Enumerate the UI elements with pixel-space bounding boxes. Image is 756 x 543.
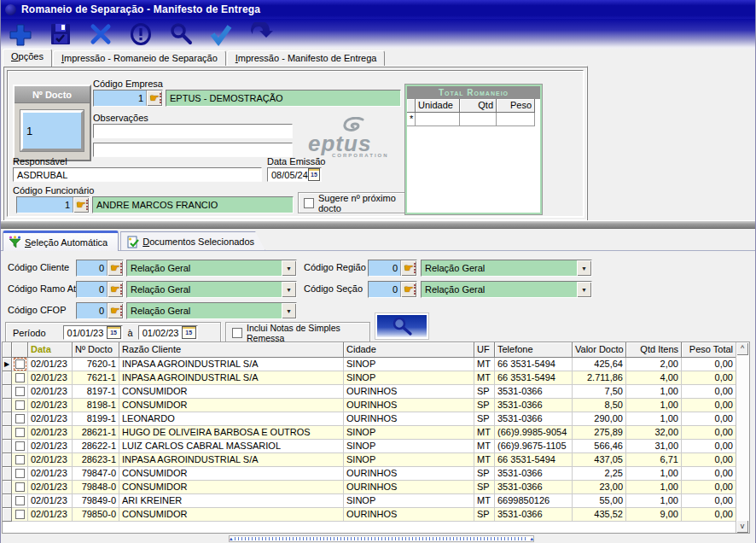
row-select-checkbox[interactable] xyxy=(15,373,25,382)
observacoes-input-2[interactable] xyxy=(93,143,293,157)
table-row[interactable]: 02/01/23 8199-1 LEONARDO OURINHOS SP 353… xyxy=(3,412,749,426)
row-select-checkbox[interactable] xyxy=(15,496,25,505)
ramo-relacao-select[interactable]: Relação Geral ▼ xyxy=(126,281,297,298)
sugere-proximo-checkbox[interactable] xyxy=(304,198,314,208)
codigo-cfop-field[interactable]: 0 ☛ xyxy=(76,302,124,319)
observacoes-input-1[interactable] xyxy=(93,124,293,138)
cell-cidade: OURINHOS xyxy=(344,467,474,481)
scroll-down-icon[interactable]: v xyxy=(736,520,748,533)
periodo-ate-input[interactable]: 01/02/23 15 xyxy=(138,325,198,340)
table-row[interactable]: 02/01/23 8198-1 CONSUMIDOR OURINHOS SP 3… xyxy=(3,399,749,412)
row-select-checkbox[interactable] xyxy=(15,428,25,437)
codigo-ramo-field[interactable]: 0 ☛ xyxy=(76,281,124,298)
table-row[interactable]: 02/01/23 79850-0 CONSUMIDOR OURINHOS SP … xyxy=(3,508,749,522)
col-header-uf[interactable]: UF xyxy=(474,342,495,358)
col-header-ndocto[interactable]: Nº Docto xyxy=(73,342,119,358)
splitter[interactable] xyxy=(1,220,755,229)
calendar-icon[interactable]: 15 xyxy=(182,326,196,339)
codigo-regiao-field[interactable]: 0 ☛ xyxy=(368,260,417,277)
calendar-icon[interactable]: 15 xyxy=(308,168,320,181)
codigo-secao-field[interactable]: 0 ☛ xyxy=(368,281,417,298)
cliente-relacao-select[interactable]: Relação Geral ▼ xyxy=(126,260,297,277)
data-emissao-input[interactable]: 08/05/24 15 xyxy=(267,167,322,182)
secao-lookup-button[interactable]: ☛ xyxy=(400,282,416,297)
scroll-up-icon[interactable]: ^ xyxy=(736,342,748,355)
chevron-down-icon[interactable]: ▼ xyxy=(577,260,591,276)
tab-opcoes[interactable]: Opções xyxy=(3,49,52,67)
codigo-cliente-field[interactable]: 0 ☛ xyxy=(76,260,124,277)
cell-ndocto: 79849-0 xyxy=(73,494,119,508)
cell-razao-cliente: LEONARDO xyxy=(119,412,344,426)
table-row[interactable]: ▶ 02/01/23 7620-1 INPASA AGROINDUSTRIAL … xyxy=(3,358,749,371)
row-select-checkbox[interactable] xyxy=(15,359,25,369)
scrollbar-track[interactable] xyxy=(235,537,529,540)
table-row[interactable]: 02/01/23 79847-0 CONSUMIDOR OURINHOS SP … xyxy=(3,467,749,481)
tr-col-unidade: Unidade xyxy=(416,99,460,113)
title-bar[interactable]: Romaneio de Separação - Manifesto de Ent… xyxy=(1,0,755,19)
scroll-left-icon[interactable]: ▴ xyxy=(230,536,233,541)
table-row[interactable]: 02/01/23 28621-1 HUGO DE OLIVEIRA BARBOS… xyxy=(3,426,749,440)
col-header-select[interactable] xyxy=(12,342,28,358)
grid-search-button[interactable] xyxy=(375,312,429,340)
row-select-checkbox[interactable] xyxy=(15,510,25,519)
periodo-de-input[interactable]: 01/01/23 15 xyxy=(63,325,123,340)
alert-button[interactable] xyxy=(126,21,155,47)
secao-relacao-select[interactable]: Relação Geral ▼ xyxy=(421,281,592,298)
cliente-lookup-button[interactable]: ☛ xyxy=(107,260,123,276)
table-row[interactable]: 02/01/23 8197-1 CONSUMIDOR OURINHOS SP 3… xyxy=(3,385,749,399)
cell-uf: SP xyxy=(474,399,495,412)
cell-qtd-itens: 1,00 xyxy=(626,412,682,426)
row-select-checkbox[interactable] xyxy=(15,387,25,396)
col-header-qtd-itens[interactable]: Qtd Itens xyxy=(626,342,682,358)
col-header-valor-docto[interactable]: Valor Docto xyxy=(573,342,626,358)
tab-impressao-romaneio[interactable]: Impressão - Romaneio de Separação xyxy=(53,50,226,67)
tab-documentos-selecionados[interactable]: Documentos Selecionados xyxy=(120,231,265,251)
funcionario-lookup-button[interactable]: ☛ xyxy=(73,197,89,213)
regiao-relacao-select[interactable]: Relação Geral ▼ xyxy=(421,260,592,277)
col-header-razao-cliente[interactable]: Razão Cliente xyxy=(119,342,344,358)
row-select-checkbox[interactable] xyxy=(15,441,25,451)
table-row[interactable]: 02/01/23 7621-1 INPASA AGROINDUSTRIAL S/… xyxy=(3,371,749,385)
codigo-empresa-field[interactable]: 1 ☛ xyxy=(93,90,163,107)
chevron-down-icon[interactable]: ▼ xyxy=(577,282,591,297)
scroll-right-icon[interactable]: ▴ xyxy=(530,536,533,541)
chevron-down-icon[interactable]: ▼ xyxy=(282,282,296,297)
col-header-telefone[interactable]: Telefone xyxy=(495,342,573,358)
cancel-button[interactable] xyxy=(86,21,115,47)
col-header-data[interactable]: Data xyxy=(28,342,73,358)
table-row[interactable]: 02/01/23 79849-0 ARI KREINER SINOP MT 66… xyxy=(3,494,749,508)
cell-valor-docto: 8,50 xyxy=(573,399,626,412)
horizontal-scrollbar[interactable]: ▴ ▴ xyxy=(229,535,534,542)
add-button[interactable] xyxy=(6,21,35,47)
table-row[interactable]: 02/01/23 79848-0 CONSUMIDOR OURINHOS SP … xyxy=(3,481,749,494)
search-button[interactable] xyxy=(166,21,195,47)
chevron-down-icon[interactable]: ▼ xyxy=(282,303,296,318)
col-header-cidade[interactable]: Cidade xyxy=(344,342,474,358)
tab-impressao-manifesto[interactable]: Impressão - Manifesto de Entrega xyxy=(227,50,386,67)
row-select-checkbox[interactable] xyxy=(15,414,25,423)
regiao-lookup-button[interactable]: ☛ xyxy=(400,260,416,276)
row-select-checkbox[interactable] xyxy=(15,455,25,464)
exit-button[interactable] xyxy=(247,21,276,47)
ndocto-value[interactable]: 1 xyxy=(20,110,84,151)
cfop-lookup-button[interactable]: ☛ xyxy=(107,303,123,318)
row-select-checkbox[interactable] xyxy=(15,482,25,492)
inclui-notas-checkbox[interactable] xyxy=(232,328,242,338)
tab-selecao-automatica[interactable]: Seleção Automática xyxy=(3,231,119,251)
grid-vertical-scrollbar[interactable]: ^ v xyxy=(736,342,749,533)
ramo-lookup-button[interactable]: ☛ xyxy=(107,282,123,297)
row-select-checkbox[interactable] xyxy=(15,469,25,478)
row-select-checkbox[interactable] xyxy=(15,400,25,410)
col-header-peso-total[interactable]: Peso Total xyxy=(682,342,736,358)
chevron-down-icon[interactable]: ▼ xyxy=(282,260,296,276)
responsavel-input[interactable]: ASDRUBAL xyxy=(13,167,262,182)
table-row[interactable]: 02/01/23 28623-1 INPASA AGROINDUSTRIAL S… xyxy=(3,453,749,467)
confirm-button[interactable] xyxy=(206,21,236,47)
table-row[interactable]: 02/01/23 28622-1 LUIZ CARLOS CABRAL MASS… xyxy=(3,440,749,453)
codigo-funcionario-field[interactable]: 1 ☛ xyxy=(16,196,90,213)
cfop-relacao-select[interactable]: Relação Geral ▼ xyxy=(126,302,297,319)
empresa-lookup-button[interactable]: ☛ xyxy=(146,90,162,106)
save-button[interactable] xyxy=(46,21,75,47)
calendar-icon[interactable]: 15 xyxy=(107,326,121,339)
sugere-proximo-label: Sugere nº próximo docto xyxy=(318,193,413,213)
